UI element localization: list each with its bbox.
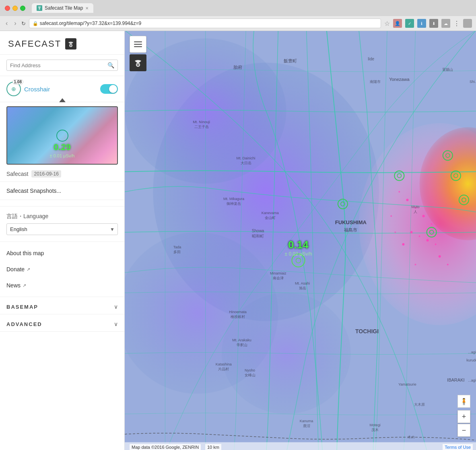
sidebar: SAFECAST 🔍 ⊕ 1.08 (0, 31, 125, 450)
preview-unit: ± 0.01 μSv/h (50, 153, 75, 158)
language-label: 言語・Language (6, 213, 118, 220)
svg-text:金山町: 金山町 (265, 216, 276, 220)
about-label: About this map (6, 250, 44, 256)
zoom-in-button[interactable]: + (457, 410, 470, 423)
search-input[interactable] (10, 62, 107, 68)
safecast-logo-icon (65, 38, 76, 50)
attribution-text: Map data ©2016 Google, ZENRIN (132, 445, 199, 450)
pegman-button[interactable]: 🧍 (457, 395, 470, 408)
address-bar[interactable]: 🔒 safecast.org/tilemap/?y=37.32&x=139.99… (29, 19, 381, 28)
language-section: 言語・Language English 日本語 Español Français… (0, 206, 124, 242)
svg-text:TOCHIGI: TOCHIGI (355, 328, 379, 334)
svg-text:多田: 多田 (173, 250, 181, 254)
svg-text:南会津: 南会津 (273, 276, 284, 280)
svg-point-14 (422, 215, 425, 217)
svg-point-23 (394, 231, 396, 233)
search-area: 🔍 (0, 55, 124, 76)
toggle-knob (109, 85, 117, 93)
extension-icon-2[interactable]: ✓ (405, 19, 414, 28)
svg-text:...agi: ...agi (468, 350, 476, 354)
svg-text:Minamiaiz: Minamiaiz (270, 271, 286, 275)
preview-value: 0.29 (54, 142, 71, 153)
zoom-out-button[interactable]: − (457, 424, 470, 437)
news-link[interactable]: News ↗ (0, 277, 124, 293)
svg-text:胎府: 胎府 (233, 65, 242, 70)
extension-icon-4[interactable]: ⬇ (429, 19, 438, 28)
date-badge: 2016-09-16 (31, 170, 61, 178)
map-area[interactable]: 0.14 ± 0.02 μSv/h 飯豊町 胎府 Iide FUKUSHIMA … (125, 31, 476, 450)
crosshair-toggle[interactable] (100, 84, 118, 94)
window-controls (5, 6, 25, 11)
svg-text:kurudo: kurudo (466, 358, 476, 362)
svg-point-19 (427, 239, 429, 242)
search-input-wrap: 🔍 (6, 60, 118, 71)
hamburger-icon (134, 41, 142, 47)
svg-point-16 (398, 191, 400, 193)
svg-text:Mt. Asahi: Mt. Asahi (295, 281, 310, 285)
extension-icon-3[interactable]: ℹ (417, 19, 426, 28)
snapshots-link[interactable]: Safecast Snapshots... (0, 182, 124, 200)
svg-text:Shi...chi: Shi...chi (470, 80, 476, 84)
extension-icon-1[interactable]: 👤 (393, 19, 402, 28)
lock-icon: 🔒 (33, 21, 38, 26)
map-menu-button[interactable] (130, 36, 146, 53)
map-scale: 10 km (205, 444, 221, 450)
browser-tab[interactable]: Safecast Tile Map ✕ (32, 3, 93, 13)
advanced-section-header[interactable]: ADVANCED ∨ (0, 314, 124, 332)
star-icon[interactable]: ☆ (384, 20, 390, 27)
svg-text:...agi: ...agi (468, 378, 476, 382)
tab-title: Safecast Tile Map (45, 5, 83, 11)
tab-close-button[interactable]: ✕ (85, 6, 89, 10)
refresh-button[interactable]: ↻ (21, 21, 26, 27)
profile-icon[interactable] (463, 19, 472, 28)
svg-text:Yamatsurie: Yamatsurie (398, 382, 416, 386)
svg-text:飯豊町: 飯豊町 (284, 58, 297, 63)
svg-text:旭岳: 旭岳 (299, 286, 306, 290)
crosshair-reading: 1.08 (12, 79, 23, 85)
donate-link[interactable]: Donate ↗ (0, 261, 124, 277)
preview-crosshair-circle (56, 130, 68, 142)
crosshair-label: Crosshair (24, 86, 97, 93)
browser-titlebar: Safecast Tile Map ✕ (0, 0, 476, 16)
language-select[interactable]: English 日本語 Español Français Deutsch (6, 223, 118, 235)
svg-text:大日岳: 大日岳 (241, 161, 251, 165)
back-button[interactable]: ‹ (4, 19, 9, 28)
svg-text:南陽市: 南陽市 (370, 80, 381, 84)
spacer (0, 200, 124, 206)
search-icon: 🔍 (107, 62, 114, 68)
svg-point-20 (435, 244, 437, 245)
extension-icon-5[interactable]: ☁ (441, 19, 450, 28)
about-link[interactable]: About this map (0, 245, 124, 261)
svg-text:Mt. Ninouji: Mt. Ninouji (193, 120, 210, 124)
minimize-window-button[interactable] (12, 6, 18, 11)
svg-text:片品村: 片品村 (218, 367, 229, 371)
svg-text:置賜山: 置賜山 (442, 68, 453, 72)
close-window-button[interactable] (5, 6, 10, 11)
svg-point-4 (70, 45, 71, 46)
more-options-button[interactable]: ⋮ (453, 20, 460, 27)
basemap-section-header[interactable]: BASEMAP ∨ (0, 297, 124, 314)
basemap-chevron-icon: ∨ (114, 303, 118, 310)
terms-label: Terms of Use (445, 445, 471, 450)
svg-text:Yonezawa: Yonezawa (389, 77, 410, 82)
svg-text:± 0.02 μSv/h: ± 0.02 μSv/h (285, 251, 312, 257)
safecast-logo-text: SAFECAST (8, 39, 61, 49)
safecast-map-icon (133, 58, 143, 68)
advanced-chevron-icon: ∨ (114, 321, 118, 327)
maximize-window-button[interactable] (20, 6, 25, 11)
main-layout: SAFECAST 🔍 ⊕ 1.08 (0, 31, 476, 450)
map-logo-button[interactable] (130, 54, 146, 71)
advanced-title: ADVANCED (6, 321, 42, 327)
zoom-controls: 🧍 + − (457, 395, 470, 437)
terms-link[interactable]: Terms of Use (443, 444, 473, 450)
forward-button[interactable]: › (12, 19, 18, 28)
zoom-out-label: − (462, 426, 466, 435)
svg-text:檜枝岐村: 檜枝岐村 (231, 315, 245, 319)
svg-text:女峰山: 女峰山 (245, 373, 256, 377)
preview-pointer (59, 98, 66, 102)
sidebar-header: SAFECAST (0, 31, 124, 55)
map-visualization: 0.14 ± 0.02 μSv/h 飯豊町 胎府 Iide FUKUSHIMA … (125, 31, 476, 450)
tab-favicon (37, 5, 42, 11)
crosshair-icon: ⊕ 1.08 (6, 82, 21, 96)
donate-external-icon: ↗ (27, 267, 30, 272)
